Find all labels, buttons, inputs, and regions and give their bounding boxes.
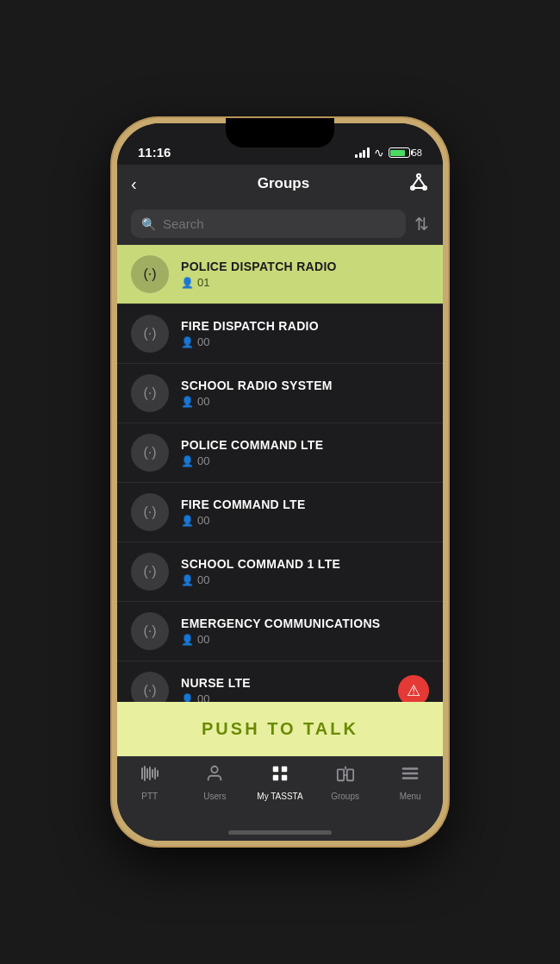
ptt-tab-icon	[140, 764, 160, 788]
svg-rect-9	[149, 767, 151, 780]
group-info: FIRE COMMAND LTE👤00	[181, 498, 429, 527]
group-name: NURSE LTE	[181, 676, 398, 690]
group-info: SCHOOL COMMAND 1 LTE👤00	[181, 557, 429, 586]
group-name: EMERGENCY COMMUNICATIONS	[181, 617, 429, 630]
radio-icon: (·)	[131, 255, 169, 293]
list-item[interactable]: (·)NURSE LTE👤00⚠	[117, 661, 443, 702]
home-indicator	[117, 823, 443, 841]
group-count-row: 👤00	[181, 335, 429, 348]
tab-users[interactable]: Users	[183, 764, 248, 801]
network-icon[interactable]	[408, 172, 429, 197]
tab-ptt[interactable]: PTT	[117, 764, 183, 801]
search-wrapper[interactable]: 🔍	[131, 210, 406, 238]
groups-tab-label: Groups	[331, 792, 359, 801]
group-count-row: 👤00	[181, 633, 429, 646]
my-tassta-tab-label: My TASSTA	[257, 792, 302, 801]
home-bar	[228, 830, 332, 835]
user-count-icon: 👤	[181, 396, 194, 408]
tab-my-tassta[interactable]: My TASSTA	[247, 764, 313, 801]
group-name: FIRE DISPATCH RADIO	[181, 319, 429, 333]
radio-symbol: (·)	[143, 623, 156, 639]
svg-rect-15	[282, 767, 287, 772]
group-count: 00	[197, 573, 209, 586]
radio-symbol: (·)	[143, 266, 156, 282]
radio-icon: (·)	[131, 553, 169, 591]
radio-symbol: (·)	[143, 504, 156, 520]
list-item[interactable]: (·)SCHOOL COMMAND 1 LTE👤00	[117, 542, 443, 602]
search-bar: 🔍 ⇅	[117, 203, 443, 245]
group-info: POLICE COMMAND LTE👤00	[181, 438, 429, 467]
my-tassta-tab-icon	[271, 764, 289, 788]
tab-groups[interactable]: Groups	[313, 764, 378, 801]
user-count-icon: 👤	[181, 336, 194, 348]
radio-icon: (·)	[131, 612, 169, 650]
list-item[interactable]: (·)POLICE COMMAND LTE👤00	[117, 423, 443, 483]
ptt-button[interactable]: PUSH TO TALK	[202, 719, 358, 739]
svg-rect-10	[152, 769, 153, 778]
group-name: POLICE COMMAND LTE	[181, 438, 429, 452]
search-input[interactable]	[163, 216, 395, 231]
user-count-icon: 👤	[181, 574, 194, 586]
group-count: 01	[197, 276, 209, 289]
svg-rect-19	[346, 769, 352, 780]
user-count-icon: 👤	[181, 277, 194, 289]
phone-frame: 11:16 ∿ 58 ‹ Groups	[112, 118, 448, 846]
menu-tab-icon	[401, 764, 420, 788]
radio-symbol: (·)	[143, 385, 156, 401]
radio-symbol: (·)	[143, 683, 156, 698]
radio-symbol: (·)	[143, 326, 156, 341]
list-item[interactable]: (·)FIRE DISPATCH RADIO👤00	[117, 304, 443, 364]
group-count-row: 👤00	[181, 395, 429, 408]
radio-icon: (·)	[131, 672, 169, 702]
group-name: SCHOOL COMMAND 1 LTE	[181, 557, 429, 571]
page-title: Groups	[258, 175, 309, 192]
list-item[interactable]: (·)EMERGENCY COMMUNICATIONS👤00	[117, 602, 443, 661]
sort-button[interactable]: ⇅	[414, 214, 429, 235]
signal-icon	[355, 147, 370, 158]
svg-line-4	[419, 178, 425, 186]
user-count-icon: 👤	[181, 693, 194, 703]
battery-level: 58	[412, 147, 422, 158]
radio-icon: (·)	[131, 374, 169, 412]
ptt-container[interactable]: PUSH TO TALK	[117, 702, 443, 756]
alert-icon: ⚠	[407, 681, 420, 700]
alert-badge[interactable]: ⚠	[398, 675, 429, 702]
group-name: FIRE COMMAND LTE	[181, 498, 429, 511]
user-count-icon: 👤	[181, 634, 194, 646]
back-button[interactable]: ‹	[131, 174, 159, 194]
svg-rect-18	[337, 769, 343, 780]
list-item[interactable]: (·)POLICE DISPATCH RADIO👤01	[117, 245, 443, 304]
tab-menu[interactable]: Menu	[377, 764, 443, 801]
svg-rect-17	[282, 775, 287, 780]
wifi-icon: ∿	[374, 146, 384, 160]
group-count: 00	[197, 692, 209, 702]
notch	[226, 118, 334, 147]
group-name: POLICE DISPATCH RADIO	[181, 260, 429, 273]
groups-list: (·)POLICE DISPATCH RADIO👤01(·)FIRE DISPA…	[117, 245, 443, 702]
radio-symbol: (·)	[143, 564, 156, 579]
list-item[interactable]: (·)SCHOOL RADIO SYSTEM👤00	[117, 364, 443, 423]
svg-rect-11	[154, 767, 156, 779]
users-tab-label: Users	[203, 792, 226, 801]
radio-icon: (·)	[131, 434, 169, 472]
group-count-row: 👤00	[181, 454, 429, 467]
svg-rect-16	[273, 775, 278, 780]
users-tab-icon	[205, 764, 224, 788]
svg-line-3	[413, 178, 419, 186]
group-count: 00	[197, 633, 209, 646]
group-count-row: 👤00	[181, 692, 398, 702]
svg-rect-14	[273, 767, 278, 772]
group-info: POLICE DISPATCH RADIO👤01	[181, 260, 429, 289]
phone-screen: 11:16 ∿ 58 ‹ Groups	[117, 123, 443, 841]
user-count-icon: 👤	[181, 515, 194, 527]
header: ‹ Groups	[117, 165, 443, 203]
radio-icon: (·)	[131, 493, 169, 531]
status-time: 11:16	[138, 145, 171, 160]
svg-rect-6	[141, 767, 143, 779]
svg-point-13	[212, 767, 218, 773]
group-count: 00	[197, 395, 209, 408]
group-info: NURSE LTE👤00	[181, 676, 398, 702]
radio-icon: (·)	[131, 315, 169, 353]
group-count-row: 👤01	[181, 276, 429, 289]
list-item[interactable]: (·)FIRE COMMAND LTE👤00	[117, 483, 443, 542]
